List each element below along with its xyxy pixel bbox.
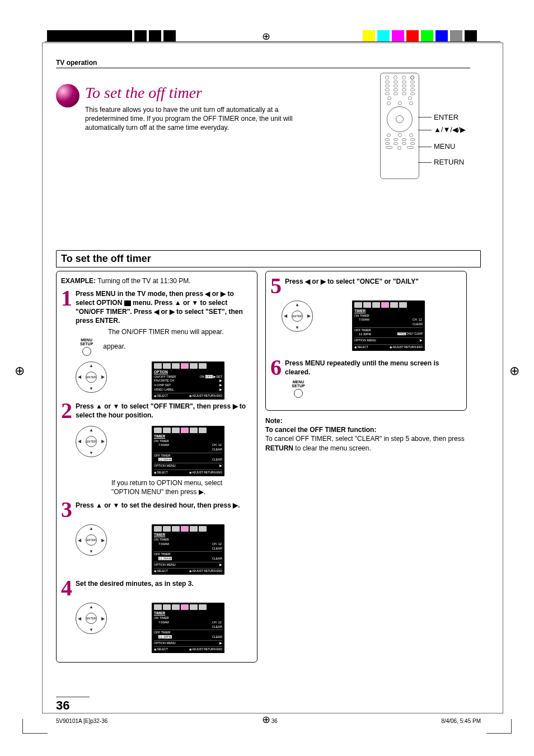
running-header-rule: [56, 68, 470, 68]
crop-black-block: [47, 30, 120, 41]
step-2-text: Press ▲ or ▼ to select "OFF TIMER", then…: [76, 402, 246, 419]
step-3: 3 Press ▲ or ▼ to set the desired hour, …: [61, 501, 252, 519]
dpad-icon: ▲▼◀▶ ENTER: [76, 361, 107, 393]
step-3-number: 3: [61, 501, 76, 519]
registration-mark-left: [12, 364, 27, 378]
right-column: 5 Press ◀ or ▶ to select "ONCE" or "DAIL…: [265, 271, 467, 663]
menu-button-label-1b: MENU: [287, 380, 310, 384]
step-6: 6 Press MENU repeatedly until the menu s…: [270, 359, 462, 398]
crop-top-line: [45, 41, 500, 42]
step-1-graphics: ▲▼◀▶ ENTER OPTION ON/OFF TIMERON OFF ▶SE…: [76, 361, 252, 400]
page-title: To set the off timer: [85, 84, 301, 102]
menu-button-icon: [82, 347, 91, 356]
step-2-after: If you return to OPTION menu, select "OP…: [111, 478, 235, 496]
step-5: 5 Press ◀ or ▶ to select "ONCE" or "DAIL…: [270, 277, 462, 295]
step-5-text: Press ◀ or ▶ to select "ONCE" or "DAILY": [285, 278, 419, 285]
color-bars: [360, 30, 495, 41]
osd-timer-screen-step3: TIMER ON TIMER 7:00AMCH. 12CLEAR OFF TIM…: [152, 524, 224, 575]
crop-bottom-left: [22, 719, 48, 734]
procedure-section: To set the off timer EXAMPLE: Turning of…: [56, 250, 481, 663]
crop-black-ticks: [120, 30, 187, 41]
step-1-after: The ON/OFF TIMER menu will appear.: [108, 327, 247, 336]
step-2: 2 Press ▲ or ▼ to select "OFF TIMER", th…: [61, 402, 252, 420]
note-heading: Note:: [265, 416, 467, 425]
example-text: Turning off the TV at 11:30 PM.: [97, 277, 191, 285]
remote-label-menu: MENU: [434, 142, 455, 151]
folio-center: 36: [271, 718, 278, 724]
dpad-icon: ▲▼◀▶ ENTER: [76, 426, 107, 457]
crop-bottom-right: [486, 719, 512, 734]
remote-label-return: RETURN: [434, 158, 464, 166]
osd-footer-left: ◉:SELECT: [154, 394, 168, 397]
step-2-graphics: ▲▼◀▶ ENTER TIMER ON TIMER 7:00AMCH. 12CL…: [76, 426, 252, 476]
title-bullet-icon: [56, 84, 79, 107]
step-5-number: 5: [270, 277, 285, 295]
remote-label-enter: ENTER: [434, 113, 458, 121]
registration-mark-top: [255, 31, 277, 42]
remote-outline: [380, 73, 419, 179]
dpad-icon: ▲▼◀▶ ENTER: [282, 300, 313, 332]
osd-timer-screen-step2: TIMER ON TIMER 7:00AMCH. 12CLEAR OFF TIM…: [152, 426, 224, 476]
running-header: TV operation: [56, 59, 481, 67]
step-4-graphics: ▲▼◀▶ ENTER TIMER ON TIMER 7:00AMCH. 12CL…: [76, 603, 252, 653]
dpad-icon: ▲▼◀▶ ENTER: [76, 603, 107, 634]
remote-label-arrows: ▲/▼/◀/▶: [434, 125, 466, 134]
note-body-strong: RETURN: [265, 444, 293, 452]
intro-paragraph: This feature allows you to have the unit…: [85, 105, 301, 133]
step-6-text: Press MENU repeatedly until the menu scr…: [285, 359, 439, 376]
page-number: 36: [56, 697, 90, 713]
menu-button-icon: [294, 389, 303, 398]
osd-option-screen: OPTION ON/OFF TIMERON OFF ▶SET FAVORITE …: [152, 361, 224, 400]
dpad-icon: ▲▼◀▶ ENTER: [76, 524, 107, 556]
step-1: 1 Press MENU in the TV mode, then press …: [61, 289, 252, 356]
remote-diagram: ENTER ▲/▼/◀/▶ MENU RETURN: [380, 73, 486, 179]
osd-option-title: OPTION: [154, 370, 222, 374]
folio-left: 5V90101A [E]p32-36: [56, 718, 107, 724]
note-body-pre: To cancel OFF TIMER, select "CLEAR" in s…: [265, 435, 465, 443]
osd-timer-screen-step5: TIMER ON TIMER 7:00AMCH. 12CLEAR OFF TIM…: [352, 300, 425, 351]
osd-timer-title: TIMER: [154, 434, 222, 438]
page-content: TV operation To set the off timer This f…: [56, 59, 481, 697]
step-4-text: Set the desired minutes, as in step 3.: [76, 580, 194, 588]
note-subheading: To cancel the OFF TIMER function:: [265, 425, 467, 434]
menu-button-label-1: MENU: [80, 338, 93, 342]
osd-timer-screen-step4: TIMER ON TIMER 7:00AMCH. 12CLEAR OFF TIM…: [152, 603, 224, 653]
registration-mark-right: [507, 364, 522, 378]
step-5-graphics: ▲▼◀▶ ENTER TIMER ON TIMER 7:00AMCH. 12CL…: [282, 300, 462, 351]
example-label: EXAMPLE:: [61, 277, 96, 285]
example-line: EXAMPLE: Turning off the TV at 11:30 PM.: [61, 277, 252, 285]
step-2-number: 2: [61, 402, 76, 420]
step-6-number: 6: [270, 359, 285, 398]
folio-right: 8/4/06, 5:45 PM: [441, 718, 481, 724]
step-4-number: 4: [61, 579, 76, 597]
note-block: Note: To cancel the OFF TIMER function: …: [265, 416, 467, 453]
osd-footer-right: ◉:ADJUST RETURN:END: [189, 394, 222, 397]
folio: 5V90101A [E]p32-36 36 8/4/06, 5:45 PM: [56, 718, 481, 724]
left-column: EXAMPLE: Turning off the TV at 11:30 PM.…: [56, 271, 257, 663]
step-1-number: 1: [61, 289, 76, 356]
section-title: To set the off timer: [56, 250, 481, 267]
note-body-post: to clear the menu screen.: [293, 444, 371, 452]
option-menu-icon: [124, 300, 131, 306]
menu-button-label-2b: SETUP: [287, 384, 310, 388]
step-3-text: Press ▲ or ▼ to set the desired hour, th…: [76, 501, 240, 509]
step-4: 4 Set the desired minutes, as in step 3.: [61, 579, 252, 597]
menu-button-label-2: SETUP: [80, 342, 93, 346]
step-3-graphics: ▲▼◀▶ ENTER TIMER ON TIMER 7:00AMCH. 12CL…: [76, 524, 252, 575]
